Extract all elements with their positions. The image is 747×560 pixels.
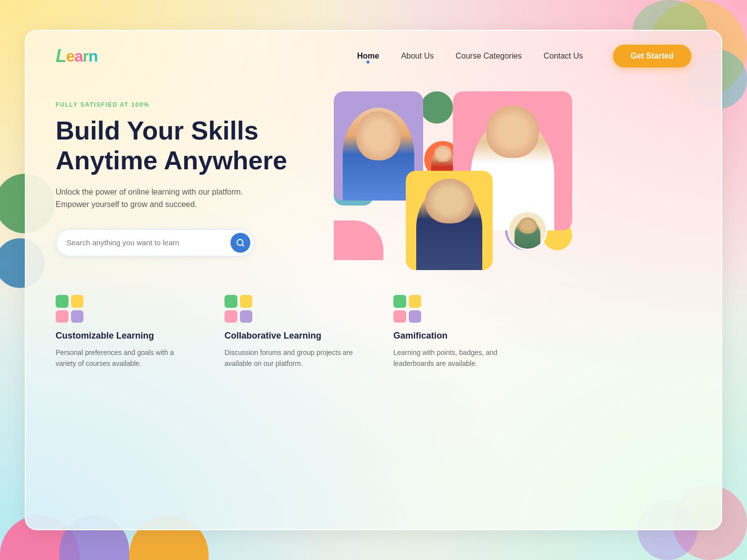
hero-left: Fully Satisfied at 100% Build Your Skill… (56, 91, 314, 260)
feature-gamification: Gamification Learning with points, badge… (393, 295, 532, 369)
logo-letter-n: n (88, 47, 98, 66)
nav-home[interactable]: Home (357, 52, 379, 61)
logo-letter-a1: a (75, 47, 83, 66)
icon-sq-purple-2 (240, 310, 253, 323)
nav-contact[interactable]: Contact Us (544, 52, 583, 61)
icon-sq-yellow-2 (240, 295, 253, 308)
search-input[interactable] (67, 238, 230, 247)
icon-sq-purple-1 (71, 310, 84, 323)
icon-sq-green-2 (224, 295, 237, 308)
feature-collaborative: Collaborative Learning Discussion forums… (224, 295, 364, 369)
nav-about[interactable]: About Us (401, 52, 434, 61)
feature-icon-1 (56, 295, 83, 323)
deco-circle-green (421, 91, 453, 124)
get-started-button[interactable]: Get Started (613, 45, 691, 68)
logo-letter-e: e (66, 47, 75, 66)
search-bar (56, 229, 254, 257)
icon-sq-green-3 (393, 295, 406, 308)
nav-links: Home About Us Course Categories Contact … (357, 52, 583, 61)
search-button[interactable] (230, 233, 250, 253)
feature-title-1: Customizable Learning (56, 331, 195, 341)
hero-image-grid (334, 91, 572, 260)
hero-badge: Fully Satisfied at 100% (56, 101, 314, 108)
nav-categories[interactable]: Course Categories (455, 52, 522, 61)
feature-title-2: Collaborative Learning (224, 331, 364, 341)
logo[interactable]: Learn (56, 46, 98, 67)
icon-sq-pink-1 (56, 310, 69, 323)
feature-customizable: Customizable Learning Personal preferenc… (56, 295, 195, 369)
student-photo-4 (508, 210, 547, 250)
hero-title: Build Your Skills Anytime Anywhere (56, 116, 314, 176)
image-grid-container (334, 91, 572, 260)
hero-title-line1: Build Your Skills (56, 116, 258, 145)
icon-sq-pink-3 (393, 310, 406, 323)
feature-desc-1: Personal preferences and goals with a va… (56, 347, 195, 369)
student-photo-3 (406, 171, 493, 270)
hero-section: Fully Satisfied at 100% Build Your Skill… (26, 81, 721, 280)
icon-sq-pink-2 (224, 310, 237, 323)
navbar: Learn Home About Us Course Categories Co… (26, 31, 721, 81)
search-icon (236, 238, 245, 247)
icon-sq-green-1 (56, 295, 69, 308)
deco-leaf-pink (334, 220, 383, 260)
feature-desc-2: Discussion forums and group projects are… (224, 347, 364, 369)
svg-line-1 (242, 244, 243, 246)
logo-letter-l: L (56, 46, 66, 67)
hero-title-line2: Anytime Anywhere (56, 146, 287, 175)
icon-sq-yellow-1 (71, 295, 84, 308)
features-section: Customizable Learning Personal preferenc… (26, 280, 721, 389)
hero-subtitle: Unlock the power of online learning with… (56, 186, 244, 211)
icon-sq-yellow-3 (409, 295, 422, 308)
feature-title-3: Gamification (393, 331, 532, 341)
main-card: Learn Home About Us Course Categories Co… (25, 30, 722, 530)
icon-sq-purple-3 (409, 310, 422, 323)
feature-icon-2 (224, 295, 252, 323)
logo-letter-r: r (83, 47, 88, 66)
feature-icon-3 (393, 295, 421, 323)
feature-desc-3: Learning with points, badges, and leader… (393, 347, 532, 369)
